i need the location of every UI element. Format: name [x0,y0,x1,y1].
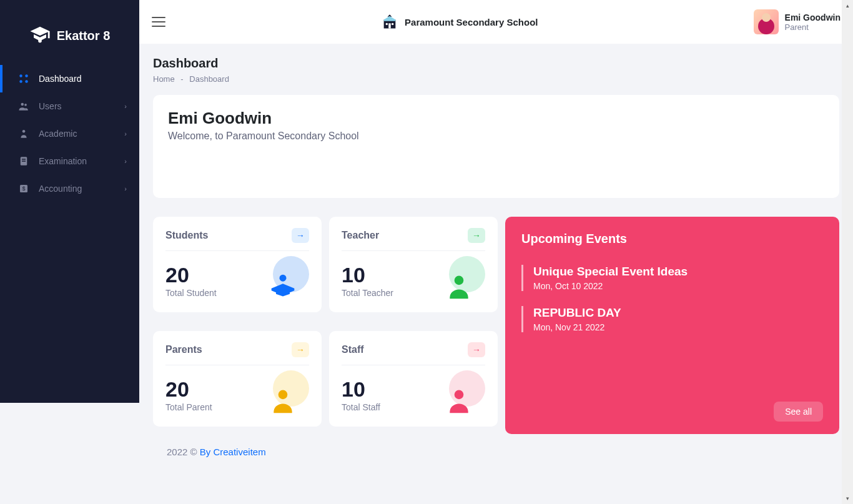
upcoming-events-card: Upcoming Events Unique Special Event Ide… [505,217,839,434]
sidebar-item-examination[interactable]: Examination › [0,147,139,175]
sidebar-item-label: Dashboard [39,74,82,84]
scroll-down-icon[interactable]: ▾ [842,493,853,504]
stat-label: Total Student [165,288,217,298]
stat-label: Total Teacher [342,288,393,298]
exam-icon [17,155,30,167]
svg-point-0 [38,39,42,43]
svg-point-17 [279,390,288,400]
stat-title: Parents [165,344,202,355]
stat-value: 20 [165,378,212,400]
breadcrumb-current: Dashboard [189,74,229,84]
svg-point-14 [392,23,394,26]
school-icon [381,13,398,31]
see-all-button[interactable]: See all [774,402,823,422]
arrow-right-icon[interactable]: → [468,228,485,243]
accounting-icon: $ [17,182,30,195]
vertical-scrollbar[interactable]: ▴ ▾ [842,0,853,504]
chevron-right-icon: › [124,185,127,192]
brand-name: Ekattor 8 [57,29,111,43]
staff-icon [440,377,485,414]
event-name: REPUBLIC DAY [533,306,823,320]
svg-rect-9 [22,159,26,160]
user-role: Parent [785,22,841,32]
svg-point-18 [455,276,464,285]
event-item[interactable]: REPUBLIC DAY Mon, Nov 21 2022 [521,306,823,332]
event-name: Unique Special Event Ideas [533,265,823,279]
user-menu[interactable]: Emi Goodwin Parent [754,9,841,34]
stat-title: Teacher [342,230,379,241]
chevron-right-icon: › [124,157,127,165]
svg-point-1 [19,74,22,77]
grid-icon [17,72,30,85]
sidebar-item-label: Examination [39,156,87,166]
chevron-right-icon: › [124,102,127,110]
arrow-right-icon[interactable]: → [292,342,309,357]
stat-value: 10 [342,264,393,285]
teacher-icon [440,262,485,300]
svg-point-13 [386,23,388,26]
school-name: Paramount Secondary School [405,17,538,27]
stat-card-students: Students → 20 Total Student [153,217,322,312]
svg-point-16 [280,275,287,282]
academic-icon [17,127,30,140]
sidebar-item-users[interactable]: Users › [0,92,139,120]
stat-label: Total Staff [342,402,380,412]
user-name: Emi Goodwin [785,12,841,22]
arrow-right-icon[interactable]: → [468,342,485,357]
svg-point-19 [455,390,464,400]
svg-point-7 [22,130,26,133]
sidebar: Ekattor 8 Dashboard Users › Academic › E… [0,0,139,403]
breadcrumb-home[interactable]: Home [153,74,175,84]
welcome-card: Emi Goodwin Welcome, to Paramount Second… [153,95,839,198]
sidebar-item-label: Academic [39,129,77,139]
chevron-right-icon: › [124,130,127,137]
stat-value: 20 [165,264,217,285]
event-item[interactable]: Unique Special Event Ideas Mon, Oct 10 2… [521,265,823,291]
sidebar-item-dashboard[interactable]: Dashboard [0,65,139,92]
stat-value: 10 [342,378,380,400]
sidebar-item-label: Accounting [39,184,82,194]
student-icon [264,262,309,300]
stat-title: Staff [342,344,364,355]
sidebar-item-accounting[interactable]: $ Accounting › [0,175,139,202]
svg-text:$: $ [22,185,25,192]
school-badge: Paramount Secondary School [381,13,538,31]
breadcrumb: Home - Dashboard [153,74,839,84]
welcome-message: Welcome, to Paramount Secondary School [168,131,824,142]
stat-card-parents: Parents → 20 Total Parent [153,331,322,427]
footer-copyright: 2022 © [167,447,200,457]
footer-link[interactable]: By Creativeitem [200,447,266,457]
brand-logo[interactable]: Ekattor 8 [0,0,139,65]
stat-label: Total Parent [165,402,212,412]
svg-point-3 [19,80,22,83]
svg-point-6 [24,104,27,106]
content: Dashboard Home - Dashboard Emi Goodwin W… [139,44,853,504]
svg-point-2 [25,74,28,77]
svg-rect-15 [388,23,391,28]
page-title: Dashboard [153,56,839,71]
events-title: Upcoming Events [521,232,823,246]
event-date: Mon, Nov 21 2022 [533,322,823,332]
top-header: Paramount Secondary School Emi Goodwin P… [139,0,853,44]
main-area: Paramount Secondary School Emi Goodwin P… [139,0,853,504]
avatar [754,9,779,34]
breadcrumb-separator: - [180,74,183,84]
sidebar-item-label: Users [39,101,62,111]
graduation-cap-icon [29,25,51,46]
users-icon [17,100,30,112]
event-date: Mon, Oct 10 2022 [533,281,823,291]
stat-card-teacher: Teacher → 10 Total Teacher [329,217,498,312]
sidebar-item-academic[interactable]: Academic › [0,120,139,147]
arrow-right-icon[interactable]: → [292,228,309,243]
welcome-user-name: Emi Goodwin [168,109,824,128]
scroll-up-icon[interactable]: ▴ [842,0,853,11]
parent-icon [264,377,309,414]
svg-point-4 [25,80,28,83]
svg-point-5 [21,103,24,106]
menu-toggle-button[interactable] [152,17,165,27]
stat-card-staff: Staff → 10 Total Staff [329,331,498,427]
footer: 2022 © By Creativeitem [153,434,839,472]
stat-title: Students [165,230,208,241]
svg-rect-10 [22,161,26,162]
